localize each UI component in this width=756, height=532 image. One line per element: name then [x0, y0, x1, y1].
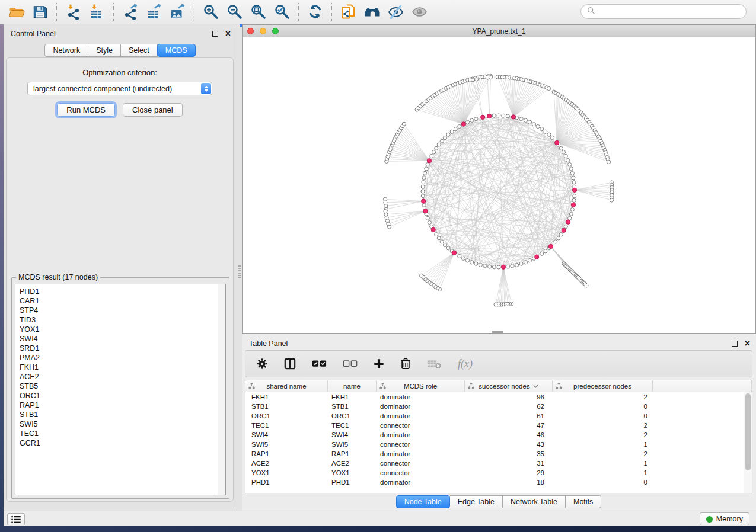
select-stepper-icon: [201, 83, 211, 94]
minimize-traffic-light[interactable]: [260, 28, 266, 34]
zoom-out-icon[interactable]: [224, 2, 245, 22]
mcds-result-item[interactable]: GCR1: [20, 438, 225, 448]
table-scrollbar[interactable]: [744, 392, 752, 493]
mcds-result-item[interactable]: YOX1: [20, 325, 225, 334]
list-menu-icon: [11, 516, 21, 523]
mcds-result-group: MCDS result (17 nodes) PHD1CAR1STP4TID3Y…: [11, 277, 229, 499]
mcds-result-item[interactable]: CAR1: [20, 296, 225, 306]
tab-edge-table[interactable]: Edge Table: [450, 495, 503, 508]
column-header-mcds-role[interactable]: MCDS role: [377, 380, 465, 392]
memory-button[interactable]: Memory: [700, 512, 749, 525]
network-window-titlebar[interactable]: YPA_prune.txt_1: [243, 25, 755, 38]
table-row[interactable]: SWI5SWI5connector431: [245, 440, 752, 449]
mcds-result-item[interactable]: TID3: [20, 315, 225, 325]
run-mcds-button[interactable]: Run MCDS: [57, 103, 115, 117]
table-row[interactable]: SWI4SWI4dominator462: [245, 430, 752, 440]
mcds-result-item[interactable]: RAP1: [20, 400, 225, 410]
search-field[interactable]: [580, 4, 747, 19]
hide-selected-icon[interactable]: [385, 2, 407, 22]
close-traffic-light[interactable]: [247, 28, 254, 34]
splitter-grip[interactable]: [238, 264, 241, 280]
clone-network-icon[interactable]: [338, 2, 359, 22]
mcds-list-scrollbar[interactable]: [218, 284, 225, 495]
panel-menu-button[interactable]: [7, 513, 25, 525]
control-panel-header: Control Panel ×: [4, 24, 237, 41]
export-table-icon[interactable]: [143, 2, 165, 22]
mcds-result-item[interactable]: STB5: [20, 382, 225, 391]
mcds-result-item[interactable]: SRD1: [20, 344, 225, 353]
maximize-traffic-light[interactable]: [272, 28, 279, 34]
show-all-icon[interactable]: [409, 2, 430, 22]
mcds-result-item[interactable]: PMA2: [20, 353, 225, 363]
column-header-predecessor-nodes[interactable]: predecessor nodes: [553, 380, 653, 392]
table-row[interactable]: RAP1RAP1dominator352: [245, 449, 752, 459]
float-panel-icon[interactable]: [212, 31, 218, 37]
mcds-result-item[interactable]: PHD1: [20, 287, 225, 296]
zoom-selected-icon[interactable]: [272, 2, 293, 22]
mcds-result-item[interactable]: STB1: [20, 410, 225, 419]
select-all-icon[interactable]: [312, 360, 327, 368]
zoom-in-icon[interactable]: [200, 2, 222, 22]
float-table-panel-icon[interactable]: [732, 341, 738, 347]
deselect-all-icon[interactable]: [343, 360, 358, 368]
table-row[interactable]: STB1STB1dominator620: [245, 402, 752, 411]
scrollbar-thumb[interactable]: [745, 393, 751, 470]
column-header-shared-name[interactable]: shared name: [245, 380, 328, 392]
control-panel-title: Control Panel: [11, 30, 212, 38]
table-row[interactable]: PHD1PHD1dominator180: [245, 477, 752, 487]
tab-node-table[interactable]: Node Table: [396, 495, 450, 508]
mcds-result-item[interactable]: ACE2: [20, 372, 225, 382]
network-graph[interactable]: [243, 37, 755, 333]
search-input[interactable]: [599, 7, 740, 17]
mcds-result-item[interactable]: ORC1: [20, 391, 225, 400]
column-header-successor-nodes[interactable]: successor nodes: [465, 380, 553, 392]
table-row[interactable]: ACE2ACE2connector311: [245, 459, 752, 468]
delete-column-icon[interactable]: [400, 358, 411, 370]
export-network-icon[interactable]: [120, 2, 141, 22]
table-row[interactable]: ORC1ORC1dominator610: [245, 411, 752, 421]
control-panel: Control Panel × NetworkStyleSelectMCDS O…: [4, 24, 237, 511]
refresh-icon[interactable]: [305, 2, 326, 22]
import-network-icon[interactable]: [63, 2, 84, 22]
table-row[interactable]: TEC1TEC1connector472: [245, 421, 752, 430]
column-header-name[interactable]: name: [328, 380, 377, 392]
mcds-result-item[interactable]: SWI5: [20, 419, 225, 429]
zoom-fit-icon[interactable]: [248, 2, 269, 22]
table-header-row: shared namenameMCDS rolesuccessor nodesp…: [245, 380, 752, 392]
tab-motifs[interactable]: Motifs: [566, 495, 601, 508]
split-view-icon[interactable]: [284, 358, 296, 370]
vertical-splitter[interactable]: [237, 24, 242, 511]
mcds-result-item[interactable]: FKH1: [20, 363, 225, 372]
column-settings-icon[interactable]: [256, 358, 268, 370]
create-column-icon[interactable]: [374, 358, 384, 369]
close-panel-button[interactable]: Close panel: [123, 103, 183, 117]
optimization-criterion-select[interactable]: largest connected component (undirected): [27, 82, 212, 95]
toolbar-separator: [298, 3, 299, 21]
table-row[interactable]: YOX1YOX1connector291: [245, 468, 752, 477]
control-panel-tabs: NetworkStyleSelectMCDS: [4, 44, 237, 57]
toolbar-separator: [113, 3, 114, 21]
column-namespace-icon: [379, 383, 386, 389]
mcds-result-item[interactable]: SWI4: [20, 334, 225, 344]
close-panel-icon[interactable]: ×: [225, 30, 231, 37]
network-canvas[interactable]: [243, 37, 755, 333]
tab-style[interactable]: Style: [88, 44, 121, 57]
save-session-icon[interactable]: [30, 2, 51, 22]
mcds-result-item[interactable]: STP4: [20, 306, 225, 315]
close-table-panel-icon[interactable]: ×: [745, 340, 750, 347]
network-window-title: YPA_prune.txt_1: [473, 27, 526, 36]
export-image-icon[interactable]: [167, 2, 189, 22]
tab-select[interactable]: Select: [121, 44, 158, 57]
mcds-result-item[interactable]: TEC1: [20, 429, 225, 438]
table-panel: Table Panel × f(x) shared namenameMCDS r…: [242, 334, 756, 511]
open-session-icon[interactable]: [6, 2, 27, 22]
import-table-icon[interactable]: [87, 2, 108, 22]
mcds-result-list[interactable]: PHD1CAR1STP4TID3YOX1SWI4SRD1PMA2FKH1ACE2…: [15, 284, 226, 495]
toolbar-buttons: [0, 0, 432, 24]
first-neighbors-icon[interactable]: [362, 2, 383, 22]
table-row[interactable]: FKH1FKH1dominator962: [245, 392, 752, 402]
network-window: YPA_prune.txt_1: [242, 24, 756, 334]
tab-network-table[interactable]: Network Table: [503, 495, 566, 508]
tab-mcds[interactable]: MCDS: [157, 44, 196, 57]
tab-network[interactable]: Network: [44, 44, 88, 57]
